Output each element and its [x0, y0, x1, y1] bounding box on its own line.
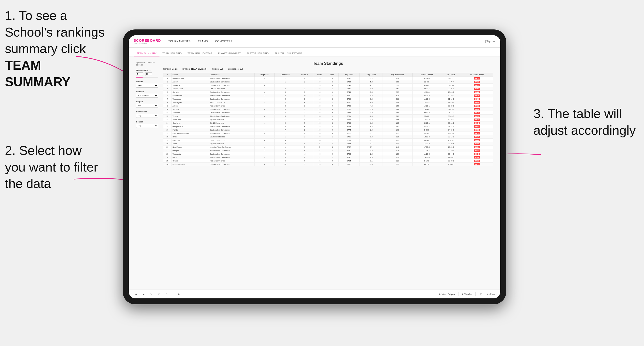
cell-adj-score: 276.9: [338, 122, 360, 125]
table-row[interactable]: 7 Tennessee Southeastern Conference - 4 …: [164, 97, 493, 101]
table-row[interactable]: 12 Virginia Atlantic Coast Conference - …: [164, 115, 493, 118]
filter-gender-select[interactable]: Men's Women's: [136, 84, 158, 88]
cell-no-tour: 8: [296, 104, 313, 108]
table-row[interactable]: 15 Georgia Tech Atlantic Coast Conferenc…: [164, 125, 493, 128]
table-row[interactable]: 23 Texas A&M Southeastern Conference - 9…: [164, 152, 493, 156]
table-row[interactable]: 21 New Mexico Mountain West Conference -…: [164, 146, 493, 149]
toolbar-back[interactable]: ◀: [134, 292, 138, 296]
col-reg-rank: Reg Rank: [254, 73, 275, 77]
table-row[interactable]: 14 Oklahoma Big 12 Conference - 2 4 26 8…: [164, 122, 493, 125]
tab-team-h2h-heatmap[interactable]: TEAM H2H HEATMAP: [184, 50, 215, 56]
instruction-3: 3. The table will adjust accordingly: [534, 106, 637, 139]
toolbar-clock[interactable]: ◐: [176, 292, 181, 296]
cell-rank: 20: [164, 142, 172, 146]
table-row[interactable]: 3 Vanderbilt Southeastern Conference - 2…: [164, 84, 493, 87]
table-row[interactable]: 22 Georgia Southeastern Conference - 8 7…: [164, 149, 493, 152]
table-row[interactable]: 4 Arizona State Pac-12 Conference - 4 8 …: [164, 87, 493, 91]
cell-rank: 8: [164, 101, 172, 104]
cell-avg-to-par: -4.4: [360, 94, 382, 97]
toolbar-grid[interactable]: ◫: [479, 292, 484, 296]
cell-school: Florida: [172, 128, 209, 132]
filter-min-input[interactable]: [136, 72, 143, 76]
filter-max-input[interactable]: [145, 72, 152, 76]
instruction-1-text: 1. To see a School's rankings summary cl…: [5, 8, 105, 56]
cell-avg-to-par: -6.2: [360, 125, 382, 128]
table-row[interactable]: 5 Ole Miss Southeastern Conference - 3 6…: [164, 91, 493, 94]
cell-points: 87.34: [461, 135, 493, 139]
cell-no-tour: 8: [296, 139, 313, 142]
sign-out[interactable]: | Sign out: [485, 40, 495, 43]
cell-rank: 17: [164, 132, 172, 135]
cell-points: 85.02: [461, 128, 493, 132]
filter-conference: Conference (All): [136, 111, 158, 118]
tab-player-h2h-heatmap[interactable]: PLAYER H2H HEATMAP: [272, 50, 305, 56]
cell-points: 85.16: [461, 132, 493, 135]
cell-no-tour: 6: [296, 91, 313, 94]
cell-points: 88.84: [461, 146, 493, 149]
tab-team-h2h-grid[interactable]: TEAM H2H GRID: [160, 50, 184, 56]
toolbar-action2[interactable]: □+: [164, 292, 170, 296]
toolbar-forward[interactable]: ▶: [141, 292, 146, 296]
table-row[interactable]: 11 Arkansas Southeastern Conference - 5 …: [164, 111, 493, 115]
division-filter-value: NCAA Division I: [192, 68, 207, 70]
table-row[interactable]: 25 Oregon Pac-12 Conference - 9 7 21 9 2…: [164, 159, 493, 163]
filter-school-select[interactable]: (All): [136, 124, 158, 128]
table-row[interactable]: 26 Mississippi State Southeastern Confer…: [164, 163, 493, 166]
nav-link-committee[interactable]: COMMITTEE: [215, 39, 233, 44]
table-row[interactable]: 24 Duke Atlantic Coast Conference - 5 9 …: [164, 156, 493, 159]
filter-gender-label: Gender: [136, 80, 158, 83]
filter-minimum-rounds-label: Minimum Rou...: [136, 69, 158, 71]
table-row[interactable]: 9 Arizona Pac-12 Conference - 2 8 23 4 2…: [164, 104, 493, 108]
tab-player-summary[interactable]: PLAYER SUMMARY: [215, 50, 244, 56]
table-row[interactable]: 8 Washington Pac-12 Conference - 2 8 23 …: [164, 101, 493, 104]
filter-region-select[interactable]: N/A All: [136, 104, 158, 108]
table-row[interactable]: 2 Auburn Southeastern Conference - 1 9 2…: [164, 80, 493, 84]
cell-rnds: 24: [313, 125, 326, 128]
table-row[interactable]: 10 Alabama Southeastern Conference - 5 8…: [164, 108, 493, 111]
tab-team-summary[interactable]: TEAM SUMMARY: [134, 50, 160, 56]
view-original-btn[interactable]: 👁 View: Original: [438, 293, 455, 296]
cell-no-tour: 9: [296, 80, 313, 84]
share-btn[interactable]: ↗ Share: [487, 293, 495, 296]
cell-points: 80.47: [461, 125, 493, 128]
cell-conference: Atlantic Coast Conference: [209, 94, 254, 97]
cell-conf-rank: 4: [274, 97, 296, 101]
cell-avg-to-par: -9.5: [360, 97, 382, 101]
cell-overall: 15-32-2: [412, 118, 441, 122]
cell-rnds: 23: [313, 104, 326, 108]
cell-rnds: 30: [313, 152, 326, 156]
cell-avg-low: 1.44: [382, 142, 412, 146]
cell-overall: 23-13-0: [412, 111, 441, 115]
cell-avg-low: 1.63: [382, 128, 412, 132]
table-row[interactable]: 19 California Pac-12 Conference - 4 8 24…: [164, 139, 493, 142]
filter-division-select[interactable]: NCAA Division I NCAA Division II: [136, 94, 158, 98]
cell-wins: 2: [326, 139, 338, 142]
filters-panel: Update time: 27/03/2024 16:56:26 Minimum…: [136, 61, 158, 285]
cell-school: Texas A&M: [172, 152, 209, 156]
table-row[interactable]: 16 Florida Southeastern Conference - 7 9…: [164, 128, 493, 132]
table-row[interactable]: 6 Florida State Atlantic Coast Conferenc…: [164, 94, 493, 97]
toolbar-reload[interactable]: ↻: [149, 292, 154, 296]
cell-avg-to-par: -6.0: [360, 101, 382, 104]
cell-conf-rank: 2: [274, 94, 296, 97]
cell-adj-score: 279.0: [338, 97, 360, 101]
cell-rnds: 23: [313, 77, 326, 80]
cell-vs25: 36-17-2: [441, 111, 461, 115]
toolbar-action1[interactable]: ◻: [157, 292, 162, 296]
table-row[interactable]: 13 Texas Tech Big 12 Conference - 1 9 27…: [164, 118, 493, 122]
table-row[interactable]: 17 East Tennessee State Southeastern Con…: [164, 132, 493, 135]
table-row[interactable]: 1 North Carolina Atlantic Coast Conferen…: [164, 77, 493, 80]
cell-avg-low: 2.70: [382, 77, 412, 80]
cell-avg-low: 2.88: [382, 80, 412, 84]
filter-conference-select[interactable]: (All): [136, 114, 158, 118]
table-row[interactable]: 18 Illinois Big Ten Conference - 1 8 23 …: [164, 135, 493, 139]
tab-player-h2h-grid[interactable]: PLAYER H2H GRID: [244, 50, 272, 56]
score-badge: 88.54: [474, 150, 480, 152]
nav-link-teams[interactable]: TEAMS: [198, 39, 208, 44]
nav-link-tournaments[interactable]: TOURNAMENTS: [168, 39, 190, 44]
range-slider[interactable]: [136, 77, 158, 78]
watch-btn[interactable]: 👁 Watch ▾: [462, 293, 472, 296]
cell-conference: Pac-12 Conference: [209, 101, 254, 104]
cell-wins: 4: [326, 104, 338, 108]
table-row[interactable]: 20 Texas Big 12 Conference - 3 7 7 7 278…: [164, 142, 493, 146]
